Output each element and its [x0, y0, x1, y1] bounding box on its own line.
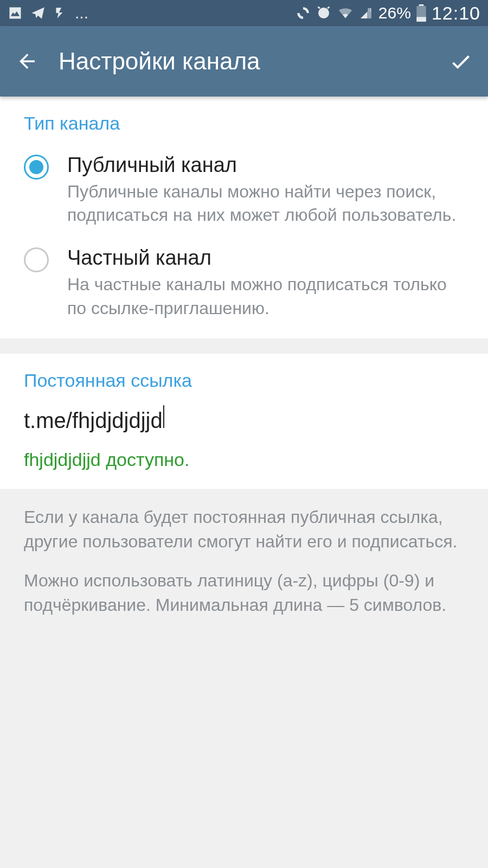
page-title: Настройки канала [59, 48, 445, 75]
alarm-icon [316, 5, 332, 21]
radio-private-desc: На частные каналы можно подписаться толь… [67, 273, 464, 320]
channel-type-section: Тип канала Публичный канал Публичные кан… [0, 97, 488, 339]
permalink-prefix: t.me/ [24, 409, 72, 433]
permalink-header: Постоянная ссылка [24, 370, 464, 391]
channel-type-header: Тип канала [24, 113, 464, 134]
permalink-info-p2: Можно использовать латиницу (a-z), цифры… [24, 569, 464, 617]
battery-icon [416, 4, 426, 22]
permalink-info: Если у канала будет постоянная публичная… [0, 489, 488, 634]
app-bar: Настройки канала [0, 26, 488, 97]
telegram-icon [30, 5, 46, 21]
radio-public-channel[interactable]: Публичный канал Публичные каналы можно н… [24, 148, 464, 241]
status-right: R 26% 12:10 [296, 3, 480, 24]
radio-indicator-unselected [24, 247, 49, 272]
permalink-info-p1: Если у канала будет постоянная публичная… [24, 505, 464, 554]
status-bar: ... R 26% 12:10 [0, 0, 488, 26]
clock: 12:10 [432, 3, 480, 24]
status-left: ... [8, 4, 88, 22]
text-caret [163, 405, 164, 428]
radio-private-channel[interactable]: Частный канал На частные каналы можно по… [24, 241, 464, 320]
radio-private-title: Частный канал [67, 246, 464, 270]
radio-indicator-selected [24, 155, 49, 180]
permalink-value: fhjdjdjdjjd [72, 409, 163, 433]
back-button[interactable] [11, 45, 43, 78]
status-more: ... [75, 4, 88, 22]
sync-icon [296, 6, 310, 20]
roaming-icon [53, 6, 67, 20]
svg-text:R: R [368, 7, 371, 12]
svg-rect-2 [416, 17, 426, 22]
permalink-availability: fhjdjdjdjjd доступно. [24, 449, 464, 470]
svg-rect-3 [419, 4, 424, 6]
radio-public-title: Публичный канал [67, 154, 464, 177]
confirm-button[interactable] [445, 45, 477, 78]
wifi-icon [337, 7, 354, 20]
battery-percent: 26% [378, 4, 411, 22]
permalink-field[interactable]: t.me/fhjdjdjdjjd [24, 405, 464, 433]
radio-public-desc: Публичные каналы можно найти через поиск… [67, 180, 464, 227]
signal-icon: R [359, 7, 373, 20]
image-icon [8, 5, 23, 21]
permalink-section: Постоянная ссылка t.me/fhjdjdjdjjd fhjdj… [0, 354, 488, 489]
